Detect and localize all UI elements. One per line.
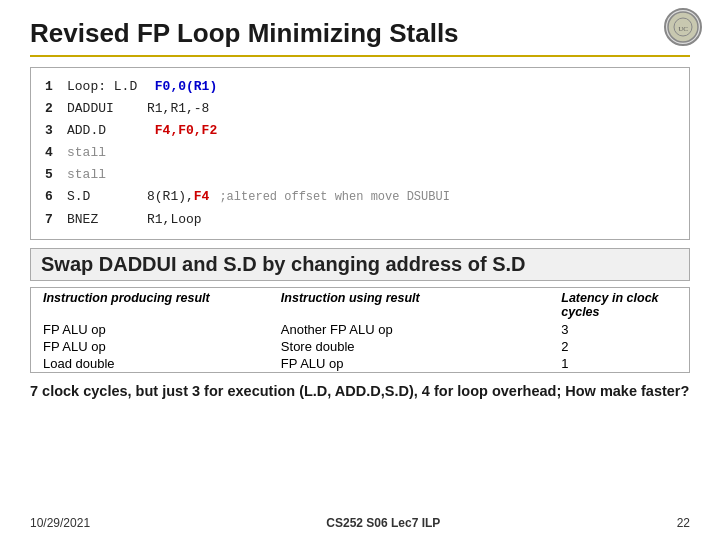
code-line-2: 2 DADDUI R1,R1,-8 (45, 98, 675, 120)
footer: 10/29/2021 CS252 S06 Lec7 ILP 22 (30, 516, 690, 530)
instr-3: ADD.D (67, 120, 147, 142)
instr-5: stall (67, 164, 147, 186)
cell-2-3: 2 (549, 338, 689, 355)
cell-2-2: Store double (269, 338, 549, 355)
swap-heading: Swap DADDUI and S.D by changing address … (30, 248, 690, 281)
line-num-4: 4 (45, 142, 67, 164)
line-num-3: 3 (45, 120, 67, 142)
instr-4: stall (67, 142, 147, 164)
code-line-7: 7 BNEZ R1,Loop (45, 209, 675, 231)
cell-2-1: FP ALU op (31, 338, 269, 355)
operands-3: F4,F0,F2 (147, 120, 217, 142)
operands-6: 8(R1),F4 (147, 186, 209, 208)
instr-7: BNEZ (67, 209, 147, 231)
cell-1-3: 3 (549, 321, 689, 338)
operands-red-3: F4,F0,F2 (155, 123, 217, 138)
logo-circle: UC (664, 8, 702, 46)
cell-3-2: FP ALU op (269, 355, 549, 373)
code-line-1: 1 Loop: L.D F0,0(R1) (45, 76, 675, 98)
col-header-1: Instruction producing result (31, 287, 269, 321)
line-num-1: 1 (45, 76, 67, 98)
cell-3-3: 1 (549, 355, 689, 373)
table-row-3: Load double FP ALU op 1 (31, 355, 690, 373)
line-num-7: 7 (45, 209, 67, 231)
cell-3-1: Load double (31, 355, 269, 373)
instr-1: Loop: L.D (67, 76, 147, 98)
code-line-5: 5 stall (45, 164, 675, 186)
footer-course: CS252 S06 Lec7 ILP (326, 516, 440, 530)
operands-blue-1: F0,0(R1) (155, 79, 217, 94)
instr-6: S.D (67, 186, 147, 208)
code-box: 1 Loop: L.D F0,0(R1) 2 DADDUI R1,R1,-8 3… (30, 67, 690, 240)
line-num-6: 6 (45, 186, 67, 208)
footer-page: 22 (677, 516, 690, 530)
operands-2: R1,R1,-8 (147, 98, 209, 120)
code-line-3: 3 ADD.D F4,F0,F2 (45, 120, 675, 142)
col-header-3: Latency in clock cycles (549, 287, 689, 321)
footer-date: 10/29/2021 (30, 516, 90, 530)
instr-2: DADDUI (67, 98, 147, 120)
slide-title: Revised FP Loop Minimizing Stalls (30, 18, 690, 49)
bottom-text: 7 clock cycles, but just 3 for execution… (30, 381, 690, 402)
comment-6: ;altered offset when move DSUBUI (219, 187, 449, 207)
university-logo: UC (664, 8, 702, 46)
svg-text:UC: UC (678, 25, 688, 33)
cell-1-1: FP ALU op (31, 321, 269, 338)
latency-table: Instruction producing result Instruction… (30, 287, 690, 373)
title-underline (30, 55, 690, 57)
line-num-5: 5 (45, 164, 67, 186)
line-num-2: 2 (45, 98, 67, 120)
table-row-1: FP ALU op Another FP ALU op 3 (31, 321, 690, 338)
cell-1-2: Another FP ALU op (269, 321, 549, 338)
code-line-6: 6 S.D 8(R1),F4 ;altered offset when move… (45, 186, 675, 208)
operands-7: R1,Loop (147, 209, 202, 231)
table-row-2: FP ALU op Store double 2 (31, 338, 690, 355)
operands-red-6: F4 (194, 189, 210, 204)
col-header-2: Instruction using result (269, 287, 549, 321)
slide-container: UC Revised FP Loop Minimizing Stalls 1 L… (0, 0, 720, 540)
table-header-row: Instruction producing result Instruction… (31, 287, 690, 321)
operands-1: F0,0(R1) (147, 76, 217, 98)
code-line-4: 4 stall (45, 142, 675, 164)
